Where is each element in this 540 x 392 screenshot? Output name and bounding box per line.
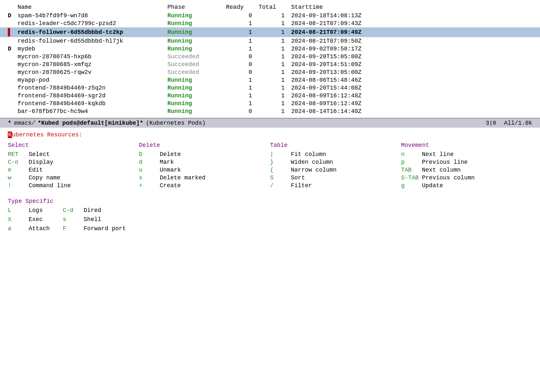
row-phase: Succeeded — [167, 61, 226, 68]
type-specific-item: sShell — [63, 216, 126, 223]
help-desc: Display — [29, 159, 53, 165]
help-item: uUnmark — [139, 167, 270, 173]
help-desc: Widen column — [291, 159, 333, 165]
type-key: C-d — [63, 207, 82, 214]
row-name: mycron-28780745-hxp6b — [18, 53, 167, 60]
type-specific-items: LLogsXExecaAttach C-dDiredsShellFForward… — [8, 207, 532, 233]
type-desc: Shell — [84, 216, 101, 223]
row-phase: Running — [167, 77, 226, 83]
help-desc: Unmark — [160, 167, 181, 173]
row-starttime: 2024-09-20T14:51:09Z — [291, 61, 421, 68]
table-row[interactable]: frontend-78849b4469-kqkdb Running 1 1 20… — [0, 100, 540, 107]
row-total: 1 — [259, 53, 291, 60]
row-name: frontend-78849b4469-z5q2n — [18, 85, 167, 91]
row-starttime: 2024-08-14T16:14:40Z — [291, 108, 421, 115]
row-ready: 1 — [226, 92, 259, 99]
table-row[interactable]: redis-leader-c5dc7799c-pzsd2 Running 1 1… — [0, 20, 540, 27]
table-row[interactable]: mycron-28780745-hxp6b Succeeded 0 1 2024… — [0, 53, 540, 61]
row-ready: 0 — [226, 61, 259, 68]
type-col-1: C-dDiredsShellFForward port — [63, 207, 126, 233]
table-row[interactable]: myapp-pod Running 1 1 2024-08-06T15:48:4… — [0, 76, 540, 84]
row-phase: Running — [167, 12, 226, 19]
row-total: 1 — [259, 46, 291, 52]
table-row[interactable]: D mydeb Running 1 1 2024-09-02T09:58:17Z — [0, 45, 540, 53]
row-phase: Running — [167, 100, 226, 107]
help-item: pPrevious line — [401, 159, 533, 165]
row-phase: Running — [167, 85, 226, 91]
table-row[interactable]: frontend-78849b4469-z5q2n Running 1 1 20… — [0, 84, 540, 92]
type-col-0: LLogsXExecaAttach — [8, 207, 50, 233]
help-desc: Update — [422, 182, 443, 189]
row-name: mydeb — [18, 46, 167, 52]
help-item: {Narrow column — [270, 167, 401, 173]
header-total: Total — [259, 4, 291, 10]
row-total: 1 — [259, 20, 291, 27]
help-desc: Command line — [29, 182, 71, 189]
row-total: 1 — [259, 77, 291, 83]
type-key: a — [8, 225, 27, 232]
type-key: X — [8, 216, 27, 223]
row-starttime: 2024-09-02T09:58:17Z — [291, 46, 421, 52]
selection-indicator — [8, 28, 10, 36]
table-header-row: Name Phase Ready Total Starttime — [0, 3, 540, 12]
row-starttime: 2024-09-20T13:05:00Z — [291, 69, 421, 76]
help-key: S-TAB — [401, 175, 421, 181]
type-desc: Forward port — [84, 225, 126, 232]
help-key: TAB — [401, 167, 421, 173]
table-row[interactable]: redis-follower-6d55dbbbd-hl7jk Running 1… — [0, 37, 540, 45]
row-ready: 0 — [226, 53, 259, 60]
help-item: gUpdate — [401, 182, 533, 189]
help-col-delete-header: Delete — [139, 142, 270, 148]
help-col-movement-header: Movement — [401, 142, 533, 148]
header-phase: Phase — [167, 4, 226, 10]
help-key: } — [270, 159, 290, 165]
help-col-table-header: Table — [270, 142, 401, 148]
type-key: s — [63, 216, 82, 223]
help-select-items: RETSelectC-oDisplayeEditwCopy name!Comma… — [8, 151, 139, 189]
row-ready: 1 — [226, 38, 259, 44]
type-specific-item: C-dDired — [63, 207, 126, 214]
help-item: |Fit column — [270, 151, 401, 158]
table-row[interactable]: bar-678fb677bc-hc9w4 Running 0 1 2024-08… — [0, 107, 540, 115]
help-key: ! — [8, 182, 27, 189]
help-key: S — [270, 175, 290, 181]
row-phase: Running — [167, 20, 226, 27]
table-section: Name Phase Ready Total Starttime D spam-… — [0, 0, 540, 118]
help-col-select: Select RETSelectC-oDisplayeEditwCopy nam… — [8, 142, 139, 190]
status-emacs: emacs/ — [14, 120, 35, 126]
help-key: + — [139, 182, 159, 189]
type-key: L — [8, 207, 27, 214]
type-desc: Logs — [29, 207, 43, 214]
table-row[interactable]: mycron-28780625-rqw2v Succeeded 0 1 2024… — [0, 68, 540, 76]
row-ready: 0 — [226, 108, 259, 115]
table-row[interactable]: redis-follower-6d55dbbbd-tc2kp Running 1… — [0, 27, 540, 37]
table-row[interactable]: D spam-54b7fd9f9-wn7d8 Running 0 1 2024-… — [0, 12, 540, 20]
type-specific-item: LLogs — [8, 207, 50, 214]
row-phase: Running — [167, 108, 226, 115]
help-key: w — [8, 175, 27, 181]
row-starttime: 2024-09-18T14:08:13Z — [291, 12, 421, 19]
row-ready: 0 — [226, 12, 259, 19]
help-key: u — [139, 167, 159, 173]
row-starttime: 2024-08-09T16:12:49Z — [291, 100, 421, 107]
help-desc: Next line — [422, 151, 454, 158]
row-ready: 1 — [226, 29, 259, 35]
table-row[interactable]: mycron-28780685-xmfqz Succeeded 0 1 2024… — [0, 61, 540, 68]
row-name: mycron-28780625-rqw2v — [18, 69, 167, 76]
help-col-movement: Movement nNext linepPrevious lineTABNext… — [401, 142, 533, 190]
row-name: bar-678fb677bc-hc9w4 — [18, 108, 167, 115]
row-total: 1 — [259, 100, 291, 107]
row-flag — [8, 28, 18, 36]
row-phase: Succeeded — [167, 53, 226, 60]
help-item: SSort — [270, 175, 401, 181]
help-col-select-header: Select — [8, 142, 139, 148]
help-item: TABNext column — [401, 167, 533, 173]
help-key: d — [139, 159, 159, 165]
row-starttime: 2024-08-21T07:09:50Z — [291, 38, 421, 44]
help-key: n — [401, 151, 421, 158]
row-total: 1 — [259, 85, 291, 91]
help-col-delete: Delete DDeletedMarkuUnmarkxDelete marked… — [139, 142, 270, 190]
help-desc: Previous column — [422, 175, 475, 181]
table-row[interactable]: frontend-78849b4469-sgr2d Running 1 1 20… — [0, 92, 540, 100]
status-bar: * emacs/ *Kubed pods@default[minikube]* … — [0, 118, 540, 128]
